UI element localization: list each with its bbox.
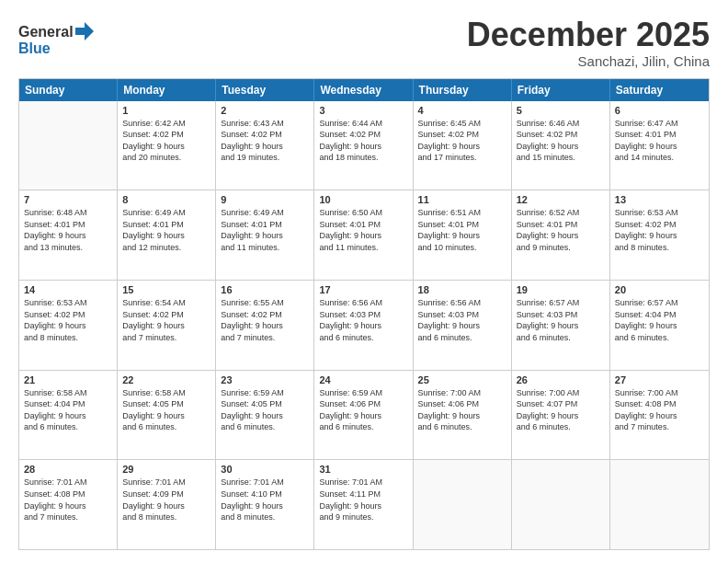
cell-info-line: Sunset: 4:03 PM <box>319 309 407 321</box>
cal-cell: 1Sunrise: 6:42 AMSunset: 4:02 PMDaylight… <box>118 101 216 190</box>
cell-info-line: Sunset: 4:04 PM <box>615 309 704 321</box>
cell-info-line: Sunset: 4:02 PM <box>221 129 309 141</box>
cell-info-line: Sunset: 4:06 PM <box>418 398 506 410</box>
day-number: 18 <box>418 284 506 295</box>
cell-info-line: Sunset: 4:01 PM <box>615 129 704 141</box>
cal-cell: 24Sunrise: 6:59 AMSunset: 4:06 PMDayligh… <box>314 371 413 460</box>
cal-cell: 4Sunrise: 6:45 AMSunset: 4:02 PMDaylight… <box>414 101 512 190</box>
day-number: 9 <box>221 194 309 205</box>
cell-info-line: Daylight: 9 hours <box>122 410 210 422</box>
cell-info-line: Sunset: 4:08 PM <box>24 488 112 500</box>
cell-info-line: and 14 minutes. <box>615 152 704 164</box>
cell-info-line: Sunrise: 6:46 AM <box>517 118 605 130</box>
cell-info-line: Sunrise: 6:42 AM <box>122 118 210 130</box>
cell-info-line: and 6 minutes. <box>122 421 210 433</box>
cell-info-line: and 9 minutes. <box>319 511 407 523</box>
cell-info-line: Daylight: 9 hours <box>517 230 605 242</box>
cal-cell: 3Sunrise: 6:44 AMSunset: 4:02 PMDaylight… <box>314 101 413 190</box>
cell-info-line: and 19 minutes. <box>221 152 309 164</box>
cell-info-line: and 9 minutes. <box>517 242 605 254</box>
cell-info-line: Daylight: 9 hours <box>221 320 309 332</box>
cell-info-line: Daylight: 9 hours <box>221 410 309 422</box>
cal-cell: 31Sunrise: 7:01 AMSunset: 4:11 PMDayligh… <box>314 460 413 549</box>
cell-info-line: Sunset: 4:01 PM <box>24 219 112 231</box>
cell-info-line: and 8 minutes. <box>24 332 112 344</box>
cell-info-line: Daylight: 9 hours <box>615 320 704 332</box>
cell-info-line: Daylight: 9 hours <box>122 230 210 242</box>
cell-info-line: Sunset: 4:02 PM <box>122 309 210 321</box>
cal-cell: 25Sunrise: 7:00 AMSunset: 4:06 PMDayligh… <box>414 371 512 460</box>
calendar-header: SundayMondayTuesdayWednesdayThursdayFrid… <box>19 79 709 101</box>
day-number: 26 <box>517 374 605 385</box>
cell-info-line: and 7 minutes. <box>615 421 704 433</box>
header: General Blue December 2025 Sanchazi, Jil… <box>18 17 710 69</box>
cell-info-line: Sunrise: 6:51 AM <box>418 207 506 219</box>
cell-info-line: Daylight: 9 hours <box>122 141 210 153</box>
day-number: 21 <box>24 374 112 385</box>
cell-info-line: Daylight: 9 hours <box>319 320 407 332</box>
cal-cell: 21Sunrise: 6:58 AMSunset: 4:04 PMDayligh… <box>19 371 118 460</box>
cal-cell <box>19 101 118 190</box>
cal-cell: 14Sunrise: 6:53 AMSunset: 4:02 PMDayligh… <box>19 281 118 370</box>
cell-info-line: and 13 minutes. <box>24 242 112 254</box>
week-row-4: 21Sunrise: 6:58 AMSunset: 4:04 PMDayligh… <box>19 370 709 460</box>
cell-info-line: Daylight: 9 hours <box>517 141 605 153</box>
cell-info-line: Sunrise: 6:54 AM <box>122 297 210 309</box>
header-cell-friday: Friday <box>512 79 610 101</box>
cal-cell: 27Sunrise: 7:00 AMSunset: 4:08 PMDayligh… <box>610 371 709 460</box>
cell-info-line: Daylight: 9 hours <box>615 410 704 422</box>
cell-info-line: Sunrise: 7:00 AM <box>418 387 506 399</box>
cal-cell: 13Sunrise: 6:53 AMSunset: 4:02 PMDayligh… <box>610 190 709 280</box>
cell-info-line: Daylight: 9 hours <box>24 500 112 512</box>
cell-info-line: Sunset: 4:01 PM <box>418 219 506 231</box>
day-number: 13 <box>615 194 704 205</box>
cell-info-line: Sunset: 4:02 PM <box>24 309 112 321</box>
cell-info-line: Sunrise: 7:01 AM <box>221 477 309 488</box>
cell-info-line: Daylight: 9 hours <box>418 320 506 332</box>
week-row-2: 7Sunrise: 6:48 AMSunset: 4:01 PMDaylight… <box>19 190 709 280</box>
cell-info-line: Daylight: 9 hours <box>517 410 605 422</box>
day-number: 7 <box>24 194 112 205</box>
cell-info-line: Sunrise: 6:44 AM <box>319 118 407 130</box>
cal-cell: 28Sunrise: 7:01 AMSunset: 4:08 PMDayligh… <box>19 460 118 549</box>
cell-info-line: Sunrise: 7:01 AM <box>122 477 210 488</box>
cell-info-line: Sunrise: 6:56 AM <box>319 297 407 309</box>
cell-info-line: Sunrise: 6:45 AM <box>418 118 506 130</box>
day-number: 25 <box>418 374 506 385</box>
cell-info-line: and 18 minutes. <box>319 152 407 164</box>
cell-info-line: and 7 minutes. <box>221 332 309 344</box>
logo-svg: General Blue <box>18 20 101 61</box>
cell-info-line: Sunset: 4:02 PM <box>122 129 210 141</box>
month-title: December 2025 <box>467 17 710 53</box>
cal-cell: 22Sunrise: 6:58 AMSunset: 4:05 PMDayligh… <box>118 371 216 460</box>
cell-info-line: Sunrise: 6:48 AM <box>24 207 112 219</box>
day-number: 10 <box>319 194 407 205</box>
cell-info-line: Sunrise: 6:49 AM <box>221 207 309 219</box>
cell-info-line: Sunset: 4:03 PM <box>418 309 506 321</box>
cell-info-line: Sunset: 4:11 PM <box>319 488 407 500</box>
cell-info-line: Sunset: 4:03 PM <box>517 309 605 321</box>
cell-info-line: and 12 minutes. <box>122 242 210 254</box>
day-number: 30 <box>221 464 309 475</box>
cell-info-line: Sunset: 4:07 PM <box>517 398 605 410</box>
cell-info-line: and 10 minutes. <box>418 242 506 254</box>
cell-info-line: Sunset: 4:09 PM <box>122 488 210 500</box>
cell-info-line: and 6 minutes. <box>418 421 506 433</box>
cell-info-line: Sunrise: 6:47 AM <box>615 118 704 130</box>
day-number: 15 <box>122 284 210 295</box>
cell-info-line: Daylight: 9 hours <box>615 230 704 242</box>
day-number: 4 <box>418 105 506 116</box>
day-number: 27 <box>615 374 704 385</box>
cal-cell: 8Sunrise: 6:49 AMSunset: 4:01 PMDaylight… <box>118 190 216 280</box>
cell-info-line: Sunset: 4:01 PM <box>517 219 605 231</box>
cell-info-line: Sunset: 4:02 PM <box>418 129 506 141</box>
day-number: 6 <box>615 105 704 116</box>
cell-info-line: Daylight: 9 hours <box>24 410 112 422</box>
cell-info-line: Sunrise: 6:58 AM <box>122 387 210 399</box>
cell-info-line: Daylight: 9 hours <box>517 320 605 332</box>
cell-info-line: Sunset: 4:04 PM <box>24 398 112 410</box>
cal-cell: 10Sunrise: 6:50 AMSunset: 4:01 PMDayligh… <box>314 190 413 280</box>
day-number: 19 <box>517 284 605 295</box>
day-number: 28 <box>24 464 112 475</box>
day-number: 11 <box>418 194 506 205</box>
